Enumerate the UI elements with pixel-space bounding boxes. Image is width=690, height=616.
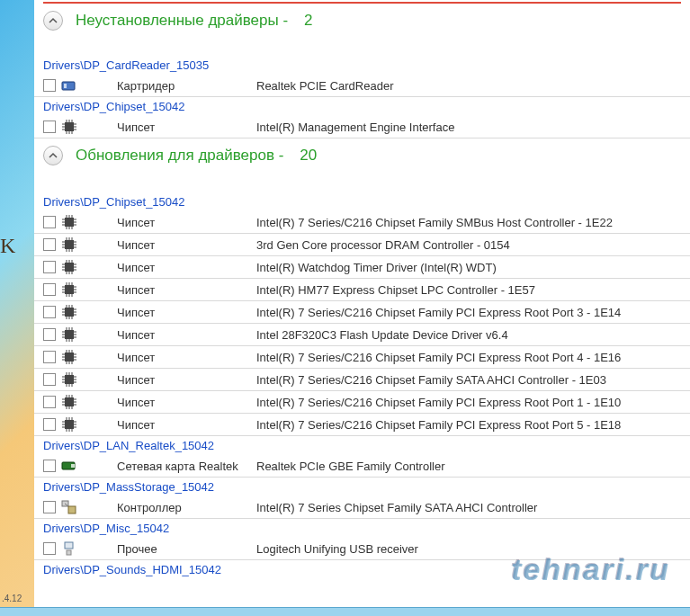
driver-category: Чипсет <box>117 283 256 297</box>
svg-rect-93 <box>65 353 74 362</box>
driver-desc: Intel(R) 7 Series/C216 Chipset Family PC… <box>256 351 621 364</box>
cardreader-icon <box>61 78 77 93</box>
section-title-updates: Обновления для драйверов - <box>76 147 283 165</box>
main-panel: Неустановленные драйверы - 2 Drivers\DP_… <box>34 0 690 616</box>
chevron-up-icon <box>49 151 58 160</box>
version-text: .4.12 <box>2 594 22 603</box>
collapse-button-uninstalled[interactable] <box>43 11 63 31</box>
driver-desc: Realtek PCIE CardReader <box>256 79 393 93</box>
driver-category: Чипсет <box>117 418 256 432</box>
svg-rect-80 <box>65 330 74 339</box>
driver-desc: Intel(R) HM77 Express Chipset LPC Contro… <box>256 283 535 297</box>
svg-rect-148 <box>68 506 76 513</box>
driver-row: Сетевая карта Realtek Realtek PCIe GBE F… <box>34 455 690 478</box>
group-link-chipset-u[interactable]: Drivers\DP_Chipset_15042 <box>34 97 690 116</box>
svg-rect-28 <box>65 240 74 249</box>
driver-row: Контроллер Intel(R) 7 Series Chipset Fam… <box>34 496 690 519</box>
svg-rect-150 <box>65 542 73 549</box>
driver-desc: Realtek PCIe GBE Family Controller <box>256 460 445 473</box>
driver-row: Картридер Realtek PCIE CardReader <box>34 75 690 97</box>
svg-rect-54 <box>65 285 74 294</box>
driver-category: Картридер <box>117 79 256 93</box>
group-link-lan[interactable]: Drivers\DP_LAN_Realtek_15042 <box>34 436 690 455</box>
checkbox[interactable] <box>43 373 56 386</box>
checkbox[interactable] <box>43 396 56 408</box>
svg-rect-106 <box>65 375 74 384</box>
svg-rect-2 <box>65 122 74 131</box>
chip-icon <box>61 215 77 229</box>
section-title-uninstalled: Неустановленные драйверы - <box>76 12 288 30</box>
driver-row: Чипсет Intel(R) Watchdog Timer Driver (I… <box>34 256 690 279</box>
driver-row: Чипсет Intel(R) 7 Series/C216 Chipset Fa… <box>34 369 690 391</box>
driver-category: Чипсет <box>117 261 256 274</box>
driver-desc: Intel 28F320C3 Flash Update Device Drive… <box>256 328 508 342</box>
driver-desc: 3rd Gen Core processor DRAM Controller -… <box>256 238 510 252</box>
device-icon <box>61 541 77 556</box>
driver-row: Чипсет Intel(R) Management Engine Interf… <box>34 116 690 138</box>
section-count-uninstalled: 2 <box>304 12 312 30</box>
checkbox[interactable] <box>43 238 56 251</box>
checkbox[interactable] <box>43 351 56 363</box>
driver-category: Чипсет <box>117 396 256 409</box>
chevron-up-icon <box>49 16 58 25</box>
chip-icon <box>61 120 77 134</box>
checkbox[interactable] <box>43 216 56 228</box>
driver-category: Сетевая карта Realtek <box>117 460 256 473</box>
group-link-sounds[interactable]: Drivers\DP_Sounds_HDMI_15042 <box>34 560 690 579</box>
chip-icon <box>61 372 77 387</box>
network-card-icon <box>61 459 77 473</box>
chip-icon <box>61 305 77 319</box>
driver-category: Чипсет <box>117 373 256 387</box>
bottom-bar <box>0 607 690 616</box>
driver-desc: Intel(R) Management Engine Interface <box>256 121 454 134</box>
group-link-chipset[interactable]: Drivers\DP_Chipset_15042 <box>34 192 690 211</box>
collapse-button-updates[interactable] <box>43 146 63 165</box>
driver-row: Чипсет Intel(R) 7 Series/C216 Chipset Fa… <box>34 414 690 436</box>
driver-category: Прочее <box>117 542 256 556</box>
checkbox[interactable] <box>43 261 56 273</box>
driver-row: Чипсет Intel(R) 7 Series/C216 Chipset Fa… <box>34 301 690 324</box>
driver-desc: Intel(R) 7 Series/C216 Chipset Family PC… <box>256 396 621 409</box>
chip-icon <box>61 417 77 432</box>
driver-category: Чипсет <box>117 351 256 364</box>
group-link-mass[interactable]: Drivers\DP_MassStorage_15042 <box>34 478 690 496</box>
checkbox[interactable] <box>43 501 56 513</box>
driver-desc: Intel(R) 7 Series/C216 Chipset Family SM… <box>256 216 613 229</box>
chip-icon <box>61 395 77 409</box>
checkbox[interactable] <box>43 306 56 318</box>
driver-category: Чипсет <box>117 328 256 342</box>
svg-rect-67 <box>65 308 74 317</box>
driver-category: Чипсет <box>117 238 256 252</box>
checkbox[interactable] <box>43 283 56 296</box>
section-header-uninstalled: Неустановленные драйверы - 2 <box>34 4 690 38</box>
svg-rect-15 <box>65 218 74 227</box>
driver-row: Чипсет 3rd Gen Core processor DRAM Contr… <box>34 234 690 256</box>
storage-icon <box>61 500 77 514</box>
checkbox[interactable] <box>43 542 56 555</box>
driver-desc: Intel(R) 7 Series/C216 Chipset Family PC… <box>256 418 621 432</box>
checkbox[interactable] <box>43 460 56 472</box>
driver-category: Контроллер <box>117 501 256 514</box>
svg-rect-1 <box>64 84 67 88</box>
svg-rect-151 <box>67 550 71 555</box>
checkbox[interactable] <box>43 418 56 431</box>
driver-desc: Intel(R) 7 Series Chipset Family SATA AH… <box>256 501 537 514</box>
driver-desc: Intel(R) 7 Series/C216 Chipset Family SA… <box>256 373 606 387</box>
svg-rect-132 <box>65 420 74 429</box>
checkbox[interactable] <box>43 121 56 133</box>
driver-row: Прочее Logitech Unifying USB receiver <box>34 538 690 560</box>
driver-category: Чипсет <box>117 216 256 229</box>
driver-desc: Intel(R) 7 Series/C216 Chipset Family PC… <box>256 306 621 319</box>
checkbox[interactable] <box>43 79 56 92</box>
checkbox[interactable] <box>43 328 56 341</box>
chip-icon <box>61 237 77 252</box>
desktop-sidebar <box>0 0 34 616</box>
group-link-cardreader[interactable]: Drivers\DP_CardReader_15035 <box>34 56 690 75</box>
section-count-updates: 20 <box>300 147 317 165</box>
chip-icon <box>61 260 77 274</box>
driver-row: Чипсет Intel 28F320C3 Flash Update Devic… <box>34 324 690 346</box>
side-char: K <box>0 234 15 258</box>
driver-category: Чипсет <box>117 306 256 319</box>
group-link-misc[interactable]: Drivers\DP_Misc_15042 <box>34 519 690 538</box>
driver-desc: Intel(R) Watchdog Timer Driver (Intel(R)… <box>256 261 497 274</box>
